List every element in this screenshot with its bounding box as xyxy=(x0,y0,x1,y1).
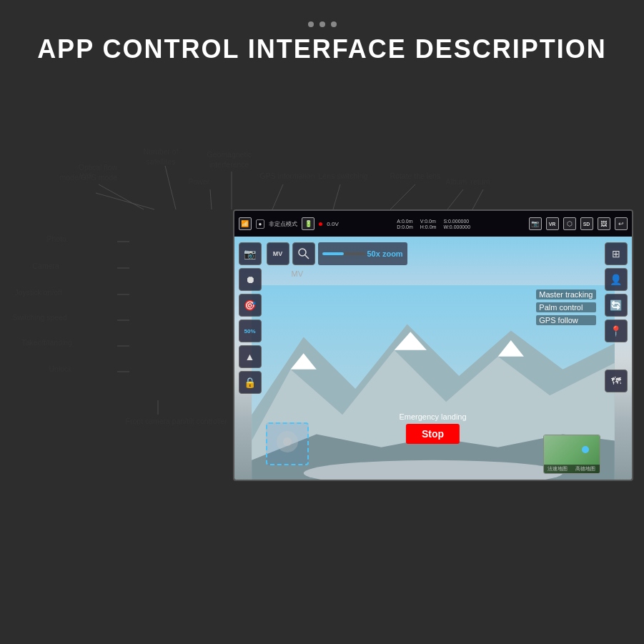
speed-btn[interactable]: 50% xyxy=(239,319,262,342)
label-lens-switching: Lens switching xyxy=(319,172,368,182)
mv-label: MV xyxy=(292,269,304,278)
stats-mid: V:0.0m H:0.0m xyxy=(420,219,437,229)
power-dot xyxy=(319,222,322,226)
page-wrapper: APP CONTROL INTERFACE DESCRIPTION xyxy=(0,0,644,644)
return-home-btn[interactable]: 📍 xyxy=(605,319,628,342)
label-optical-flow: Optical flowmode/GPS mode xyxy=(60,163,118,182)
sd-icon[interactable]: SD xyxy=(580,217,593,230)
switch-map-btn[interactable]: 🗺 xyxy=(605,370,628,392)
svg-line-5 xyxy=(272,184,283,209)
label-unlock: Unlock xyxy=(49,365,72,375)
stats-left: A:0.0m D:0.0m xyxy=(397,219,413,229)
camera-btn[interactable]: ⏺ xyxy=(239,268,262,291)
trajectory-btn[interactable]: ⊞ xyxy=(605,242,628,265)
mode-text: 非定点模式 xyxy=(269,220,297,228)
svg-line-2 xyxy=(165,166,176,209)
label-takeoff: Takeoff/landing xyxy=(22,338,72,348)
label-power: Power xyxy=(189,177,210,187)
svg-point-30 xyxy=(299,249,306,256)
mv-btn[interactable]: MV xyxy=(267,242,289,265)
spacer xyxy=(605,345,628,367)
label-switching-speed: Switching speed xyxy=(13,313,67,323)
top-dots xyxy=(0,0,644,27)
tracking-labels: Master tracking Palm control GPS follow xyxy=(536,289,595,328)
master-tracking-label: Master tracking xyxy=(536,289,595,299)
owner-tracking-btn[interactable]: 👤 xyxy=(605,268,628,291)
page-title: APP CONTROL INTERFACE DESCRIPTION xyxy=(0,34,644,64)
album-icon[interactable]: 🖼 xyxy=(598,217,610,230)
label-satellites: Number ofsatellites xyxy=(144,147,179,167)
power-icon: 🔋 xyxy=(302,217,314,230)
gps-mode-indicator: ● xyxy=(256,219,265,229)
dot-3 xyxy=(331,21,337,27)
svg-line-9 xyxy=(472,189,483,209)
svg-line-8 xyxy=(447,189,463,209)
mini-map-location-dot xyxy=(582,446,589,453)
dot-1 xyxy=(308,21,314,27)
vr-icon[interactable]: VR xyxy=(546,217,559,230)
svg-line-31 xyxy=(305,255,309,259)
svg-line-7 xyxy=(390,184,415,209)
dot-2 xyxy=(319,21,325,27)
app-top-controls: MV 50x zoom xyxy=(267,242,407,265)
label-photo: Photo xyxy=(47,234,66,244)
stats-right: S:0.000000 W:0.000000 xyxy=(443,219,470,229)
mini-map-tabs: 法速地图 高德地图 xyxy=(544,465,600,473)
joystick-btn[interactable]: 🎯 xyxy=(239,294,262,317)
flying-around-btn[interactable]: 🔄 xyxy=(605,294,628,317)
label-rotate-lens: Rotate the lens xyxy=(390,172,441,182)
app-topbar: 📶 ● 非定点模式 🔋 0.0V A:0.0m D:0.0m V:0.0m H:… xyxy=(234,211,632,237)
lens-switch-icon[interactable]: ⬡ xyxy=(563,217,576,230)
svg-line-1 xyxy=(96,193,154,209)
mini-map[interactable]: 法速地图 高德地图 xyxy=(543,435,600,474)
label-joystick: Joystick on/off xyxy=(15,288,62,298)
svg-line-6 xyxy=(333,184,340,209)
label-geomagnetic: Geomagneticinterference xyxy=(207,150,252,169)
photo-btn[interactable]: 📷 xyxy=(239,242,262,265)
pan-tilt-controller[interactable] xyxy=(266,422,309,465)
return-icon[interactable]: ↩ xyxy=(615,217,628,230)
full-diagram: Wifi Optical flowmode/GPS mode Number of… xyxy=(11,79,633,465)
zoom-btn[interactable] xyxy=(292,242,315,265)
label-album: Album xyxy=(446,177,467,187)
takeoff-btn[interactable]: ▲ xyxy=(239,345,262,368)
stop-button[interactable]: Stop xyxy=(406,424,460,444)
right-sidebar: ⊞ 👤 🔄 📍 🗺 xyxy=(605,242,628,392)
zoom-text: 50x zoom xyxy=(367,249,403,258)
svg-line-3 xyxy=(210,189,212,209)
wifi-icon: 📶 xyxy=(239,217,252,230)
mini-map-tab-1[interactable]: 法速地图 xyxy=(544,465,572,473)
label-camera: Camera xyxy=(33,262,59,272)
zoom-bar: 50x zoom xyxy=(318,242,407,265)
svg-line-0 xyxy=(99,184,144,209)
label-return: return xyxy=(471,177,490,187)
app-screen: 📶 ● 非定点模式 🔋 0.0V A:0.0m D:0.0m V:0.0m H:… xyxy=(233,209,633,481)
emergency-text: Emergency landing xyxy=(399,412,466,421)
palm-control-label: Palm control xyxy=(536,302,595,312)
voltage-text: 0.0V xyxy=(327,221,338,227)
mini-map-tab-2[interactable]: 高德地图 xyxy=(572,465,600,473)
label-gps-info: GPS information xyxy=(260,172,315,182)
camera-mode-icon[interactable]: 📷 xyxy=(529,217,542,230)
emergency-section: Emergency landing Stop xyxy=(399,412,466,444)
left-sidebar: 📷 ⏺ 🎯 50% ▲ 🔒 xyxy=(239,242,262,394)
label-pan-tilt: Front camera pan/tilt controller xyxy=(126,417,227,427)
gps-follow-label: GPS follow xyxy=(536,315,595,325)
unlock-btn[interactable]: 🔒 xyxy=(239,371,262,394)
